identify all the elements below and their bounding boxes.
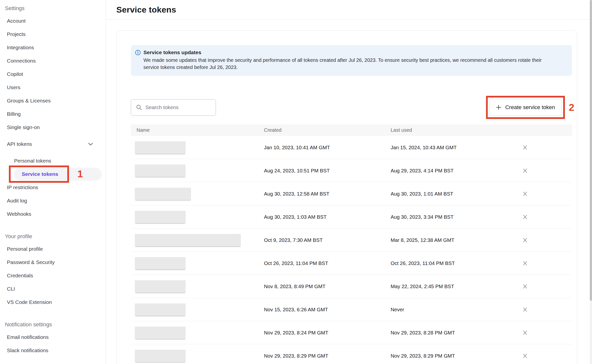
annotation-box-step2: Create service token bbox=[486, 96, 565, 119]
sidebar-item-groups-licenses[interactable]: Groups & Licenses bbox=[0, 94, 106, 107]
delete-token-button[interactable] bbox=[520, 212, 530, 222]
sidebar-item-personal-tokens[interactable]: Personal tokens bbox=[0, 154, 106, 167]
token-last-used: Aug 30, 2023, 3:34 PM BST bbox=[391, 214, 522, 220]
chevron-down-icon bbox=[88, 143, 93, 146]
page-header: Service tokens bbox=[106, 0, 592, 20]
info-banner: Service tokens updates We made some upda… bbox=[131, 45, 572, 76]
sidebar-item-projects[interactable]: Projects bbox=[0, 28, 106, 41]
delete-token-button[interactable] bbox=[520, 282, 530, 291]
token-name-placeholder bbox=[135, 188, 191, 200]
token-last-used: Mar 8, 2025, 12:38 AM GMT bbox=[391, 237, 522, 243]
token-created: Aug 24, 2023, 10:51 PM BST bbox=[264, 168, 391, 174]
table-row: Aug 30, 2023, 1:03 AM BST Aug 30, 2023, … bbox=[131, 205, 572, 229]
token-name-placeholder bbox=[135, 211, 186, 223]
search-input[interactable] bbox=[145, 104, 209, 110]
token-name-placeholder bbox=[135, 141, 186, 154]
column-header-last-used: Last used bbox=[391, 127, 522, 133]
sidebar-item-billing[interactable]: Billing bbox=[0, 107, 106, 121]
sidebar-item-integrations[interactable]: Integrations bbox=[0, 41, 106, 54]
table-row: Nov 15, 2023, 6:26 AM GMT Never bbox=[131, 298, 572, 321]
sidebar-item-personal-profile[interactable]: Personal profile bbox=[0, 242, 106, 256]
token-last-used: Nov 29, 2023, 8:29 PM GMT bbox=[391, 353, 522, 359]
column-header-name: Name bbox=[131, 127, 264, 133]
token-created: Aug 30, 2023, 12:58 AM BST bbox=[264, 191, 391, 197]
delete-token-button[interactable] bbox=[520, 235, 530, 245]
sidebar-item-api-tokens[interactable]: API tokens bbox=[0, 137, 106, 151]
sidebar-item-single-sign-on[interactable]: Single sign-on bbox=[0, 121, 106, 134]
sidebar-item-slack-notifications[interactable]: Slack notifications bbox=[0, 344, 106, 357]
delete-token-button[interactable] bbox=[520, 259, 530, 268]
close-icon bbox=[523, 353, 527, 358]
search-box[interactable] bbox=[131, 99, 216, 116]
service-tokens-card: Service tokens updates We made some upda… bbox=[116, 31, 577, 364]
table-row: Nov 8, 2023, 8:49 PM GMT May 22, 2024, 2… bbox=[131, 275, 572, 298]
sidebar-item-password-security[interactable]: Password & Security bbox=[0, 256, 106, 269]
token-created: Oct 9, 2023, 7:30 AM BST bbox=[264, 237, 391, 243]
close-icon bbox=[523, 261, 527, 266]
table-row: Nov 29, 2023, 8:29 PM GMT Nov 29, 2023, … bbox=[131, 344, 572, 364]
sidebar-item-cli[interactable]: CLI bbox=[0, 282, 106, 296]
table-row: Aug 24, 2023, 10:51 PM BST Aug 29, 2023,… bbox=[131, 159, 572, 182]
token-name-placeholder bbox=[135, 234, 241, 246]
token-created: Nov 29, 2023, 8:29 PM GMT bbox=[264, 353, 391, 359]
toolbar: Create service token 2 bbox=[131, 96, 562, 119]
sidebar-section-your-profile: Your profile bbox=[0, 231, 106, 242]
close-icon bbox=[523, 191, 527, 196]
token-name-placeholder bbox=[135, 257, 186, 269]
token-created: Nov 29, 2023, 8:24 PM GMT bbox=[264, 330, 391, 336]
create-button-label: Create service token bbox=[505, 104, 555, 111]
sidebar-item-vs-code-extension[interactable]: VS Code Extension bbox=[0, 296, 106, 309]
sidebar-item-copilot[interactable]: Copilot bbox=[0, 67, 106, 81]
token-last-used: Aug 29, 2023, 4:14 PM BST bbox=[391, 168, 522, 174]
banner-title: Service tokens updates bbox=[143, 49, 549, 56]
active-nav-pill[interactable]: Service tokens bbox=[14, 168, 102, 181]
sidebar-item-ip-restrictions[interactable]: IP restrictions bbox=[0, 181, 106, 194]
token-created: Oct 26, 2023, 11:04 PM BST bbox=[264, 260, 391, 266]
sidebar-item-audit-log[interactable]: Audit log bbox=[0, 194, 106, 207]
close-icon bbox=[523, 168, 527, 173]
sidebar-item-service-tokens-active[interactable]: Service tokens bbox=[0, 167, 106, 181]
sidebar-item-connections[interactable]: Connections bbox=[0, 54, 106, 67]
sidebar-section-settings: Settings bbox=[0, 2, 106, 14]
token-last-used: Nov 29, 2023, 8:28 PM GMT bbox=[391, 330, 522, 336]
token-name-placeholder bbox=[135, 165, 186, 177]
plus-icon bbox=[496, 105, 501, 110]
token-last-used: Oct 26, 2023, 11:04 PM BST bbox=[391, 260, 522, 266]
annotation-number-step1: 1 bbox=[77, 168, 83, 180]
delete-token-button[interactable] bbox=[520, 305, 530, 314]
token-last-used: May 22, 2024, 2:45 PM BST bbox=[391, 283, 522, 289]
delete-token-button[interactable] bbox=[520, 189, 530, 199]
banner-text: Service tokens updates We made some upda… bbox=[143, 49, 549, 71]
token-name-placeholder bbox=[135, 303, 186, 316]
table-row: Nov 29, 2023, 8:24 PM GMT Nov 29, 2023, … bbox=[131, 321, 572, 344]
sidebar-section-notification-settings: Notification settings bbox=[0, 319, 106, 331]
delete-token-button[interactable] bbox=[520, 166, 530, 175]
sidebar-item-email-notifications[interactable]: Email notifications bbox=[0, 331, 106, 344]
sidebar-item-account[interactable]: Account bbox=[0, 14, 106, 28]
sidebar-item-label: API tokens bbox=[7, 137, 32, 151]
token-name-placeholder bbox=[135, 327, 186, 339]
close-icon bbox=[523, 215, 527, 219]
sidebar-item-credentials[interactable]: Credentials bbox=[0, 269, 106, 282]
sidebar-item-webhooks[interactable]: Webhooks bbox=[0, 207, 106, 221]
page-title: Service tokens bbox=[116, 5, 176, 15]
info-icon bbox=[135, 50, 141, 55]
token-created: Aug 30, 2023, 1:03 AM BST bbox=[264, 214, 391, 220]
scrollbar-thumb[interactable] bbox=[590, 0, 592, 301]
create-service-token-button[interactable]: Create service token bbox=[489, 99, 562, 116]
token-created: Nov 8, 2023, 8:49 PM GMT bbox=[264, 283, 391, 289]
sidebar-item-users[interactable]: Users bbox=[0, 81, 106, 94]
token-created: Nov 15, 2023, 6:26 AM GMT bbox=[264, 307, 391, 313]
delete-token-button[interactable] bbox=[520, 328, 530, 337]
settings-sidebar: Settings Account Projects Integrations C… bbox=[0, 0, 106, 364]
table-row: Jan 10, 2023, 10:41 AM GMT Jan 15, 2024,… bbox=[131, 136, 572, 159]
delete-token-button[interactable] bbox=[520, 351, 530, 361]
close-icon bbox=[523, 307, 527, 312]
token-last-used: Never bbox=[391, 307, 522, 313]
service-tokens-table: Name Created Last used Jan 10, 2023, 10:… bbox=[131, 124, 572, 364]
delete-token-button[interactable] bbox=[520, 143, 530, 152]
token-created: Jan 10, 2023, 10:41 AM GMT bbox=[264, 145, 391, 150]
banner-body: We made some updates that improve the se… bbox=[143, 57, 549, 71]
scrollbar-track[interactable] bbox=[590, 0, 592, 364]
sidebar-item-label: Service tokens bbox=[22, 171, 58, 177]
